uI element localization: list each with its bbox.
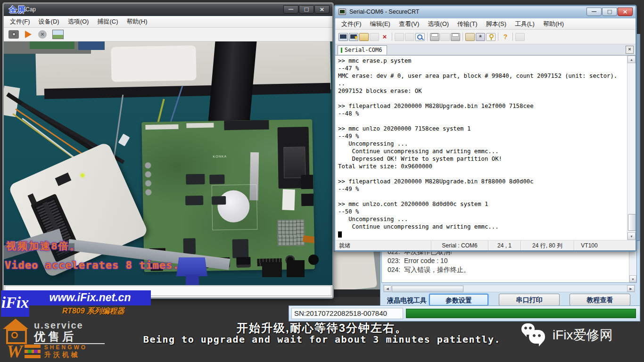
terminal-line-19: >> mmc unlzo.cont 20200000 8d0d00c syste… (338, 200, 626, 208)
scrollbar-thumb[interactable] (628, 214, 636, 231)
cap-menu-2[interactable]: 选项(O) (64, 16, 93, 27)
serial-print-button[interactable]: 串口打印 (499, 294, 560, 306)
hdmi-port (236, 257, 250, 268)
printer-icon[interactable] (451, 33, 460, 41)
terminal-scrollbar[interactable] (627, 56, 636, 240)
scroll-down-icon[interactable] (629, 275, 636, 282)
status-led (80, 173, 85, 178)
disconnect-icon[interactable] (380, 33, 389, 41)
serial-number-label: SN:20170722082518-007840 (291, 308, 403, 319)
terminal[interactable]: >> mmc erase.p system--47 %MMC erase: de… (335, 55, 636, 240)
connect-in-tab-icon[interactable] (359, 33, 369, 41)
securecrt-titlebar[interactable]: Serial-COM6 - SecureCRT (335, 6, 636, 18)
tab-close-icon[interactable]: × (626, 46, 634, 54)
terminal-output: >> mmc erase.p system--47 %MMC erase: de… (338, 57, 626, 230)
board-connector (145, 124, 178, 130)
tab-serial-com6[interactable]: Serial-COM6 (338, 45, 387, 55)
securecrt-tabbar: Serial-COM6 × (335, 44, 636, 55)
lcd-tv-tool-label: 液晶电视工具 (387, 296, 427, 305)
cap-window: 全屏 Cap 文件(F)设备(D)选项(O)捕捉(C)帮助(H) (2, 2, 334, 299)
print-preview-icon[interactable] (440, 33, 450, 41)
cap-window-title: Cap (25, 6, 36, 13)
small-green-pcb (30, 41, 74, 49)
maximize-button[interactable] (602, 8, 617, 16)
print-icon[interactable] (430, 33, 439, 41)
chip (183, 238, 196, 254)
scrollbar-thumb[interactable] (392, 286, 463, 292)
rt809-status-bar: SN:20170722082518-007840 (289, 305, 640, 321)
cap-menu-4[interactable]: 帮助(H) (122, 16, 151, 27)
shengwo-zh: 升沃机械 (44, 351, 87, 358)
image-icon[interactable] (52, 30, 64, 39)
cap-menu-0[interactable]: 文件(F) (6, 16, 34, 27)
find-icon[interactable] (415, 33, 425, 41)
scroll-right-icon[interactable] (627, 285, 635, 292)
memory-chip (185, 196, 203, 206)
securecrt-menu-0[interactable]: 文件(F) (337, 19, 366, 29)
stop-icon[interactable] (38, 30, 48, 39)
terminal-line-7: --48 % (338, 110, 626, 117)
tutorial-view-button[interactable]: 教程查看 (570, 294, 630, 306)
chat-bubble-icon (529, 330, 545, 344)
rca-jack (308, 255, 319, 265)
cap-menubar: 文件(F)设备(D)选项(O)捕捉(C)帮助(H) (4, 16, 332, 28)
close-button[interactable] (314, 5, 330, 14)
securecrt-menu-6[interactable]: 工具(L) (511, 19, 539, 29)
status-ready: 就绪 (335, 241, 431, 250)
securecrt-caption-buttons (586, 8, 633, 16)
rt809-log-line-1: 023: Error code : 10 (388, 256, 470, 265)
shengwo-e-mark (25, 345, 41, 358)
paste-icon[interactable] (405, 33, 414, 41)
securecrt-app-icon (339, 8, 346, 15)
securecrt-menu-2[interactable]: 查看(V) (395, 19, 423, 29)
minimize-button[interactable] (283, 5, 298, 14)
play-icon[interactable] (23, 30, 33, 39)
paper-sheet (111, 45, 196, 82)
terminal-cursor-line (338, 230, 342, 239)
scroll-left-icon[interactable] (384, 285, 391, 292)
scroll-up-icon[interactable] (627, 56, 636, 63)
usb-port (301, 194, 314, 206)
securecrt-menu-5[interactable]: 脚本(S) (482, 19, 511, 29)
quick-connect-icon[interactable] (349, 33, 358, 41)
maximize-button[interactable] (299, 5, 314, 14)
small-blue-pcb (78, 41, 105, 50)
board-connector (186, 123, 214, 128)
video-overlay-en: Video accelerates 8 times. (5, 259, 179, 271)
memory-chip (212, 196, 226, 205)
minimize-button[interactable] (586, 8, 602, 16)
securecrt-menu-1[interactable]: 编辑(E) (366, 19, 395, 29)
key-icon[interactable] (486, 33, 495, 41)
reconnect-icon[interactable] (370, 33, 379, 41)
session-properties-icon[interactable] (465, 33, 475, 41)
terminal-line-1: --47 % (338, 65, 626, 72)
param-settings-button[interactable]: 参数设置 (429, 294, 488, 306)
memory-chip (186, 174, 205, 185)
terminal-line-13: Depressed OK! Write to system partition … (338, 155, 626, 163)
terminal-line-22: Continue uncompressing and writing emmc.… (338, 223, 626, 230)
cap-menu-3[interactable]: 捕捉(C) (93, 16, 122, 27)
help-icon[interactable] (501, 33, 510, 41)
zif-lever (28, 193, 37, 205)
terminal-line-2: MMC erase: dev # 0, user area part, bloc… (338, 72, 626, 80)
securecrt-menu-3[interactable]: 选项(O) (423, 19, 453, 29)
session-options-icon[interactable] (476, 33, 485, 41)
status-emulation: VT100 (574, 241, 604, 250)
flat-cable-upper (207, 41, 256, 133)
wechat-branding: iFix爱修网 (520, 323, 613, 347)
securecrt-toolbar (335, 30, 636, 44)
cap-menu-1[interactable]: 设备(D) (34, 16, 64, 27)
scroll-down-icon[interactable] (627, 232, 636, 240)
fullscreen-watermark: 全屏 (9, 5, 26, 15)
barcode-sticker (282, 189, 295, 210)
app-icon[interactable] (515, 33, 525, 41)
copy-icon[interactable] (395, 33, 404, 41)
close-button[interactable] (618, 8, 633, 16)
securecrt-menu-7[interactable]: 帮助(H) (539, 19, 568, 29)
shengwo-en: SHENGWO (44, 344, 87, 351)
connect-icon[interactable] (339, 33, 348, 41)
cap-titlebar[interactable]: 全屏 Cap (4, 4, 332, 16)
snapshot-icon[interactable] (8, 30, 19, 39)
securecrt-menu-4[interactable]: 传输(T) (453, 19, 482, 29)
rt809-horizontal-scrollbar[interactable] (383, 285, 635, 292)
